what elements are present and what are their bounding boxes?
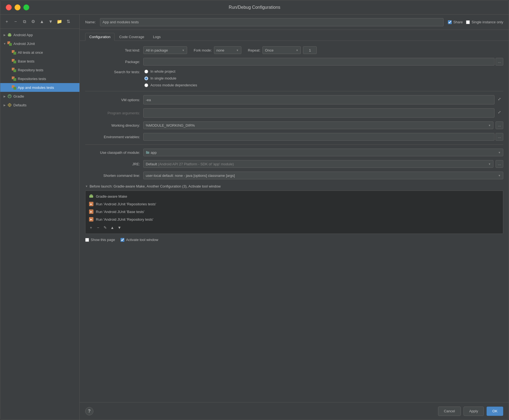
move-down-button[interactable]: ▼ (47, 18, 55, 25)
repeat-arrow: ▼ (294, 49, 299, 52)
share-checkbox[interactable] (448, 20, 452, 24)
before-launch-remove-button[interactable]: − (95, 224, 101, 231)
share-label[interactable]: Share (453, 20, 463, 24)
use-classpath-control: app ▼ (143, 149, 503, 156)
vm-options-input[interactable] (143, 95, 494, 104)
repeat-count-input[interactable] (303, 46, 317, 54)
sidebar-item-gradle[interactable]: ▶ Gradle (0, 92, 79, 101)
svg-rect-0 (8, 35, 11, 36)
sidebar-item-defaults[interactable]: ▶ Defaults (0, 101, 79, 109)
sort-button[interactable]: ⇅ (64, 18, 72, 25)
shorten-cmd-select[interactable]: user-local default: none - java [options… (143, 172, 503, 179)
svg-rect-15 (146, 152, 149, 154)
name-input[interactable] (100, 18, 443, 26)
jre-select[interactable]: Default (Android API 27 Platform - SDK o… (143, 160, 493, 168)
fork-mode-select[interactable]: none ▼ (214, 46, 241, 54)
sidebar-item-base-tests[interactable]: Base tests (0, 57, 79, 66)
sidebar-item-app-modules-tests[interactable]: App and modules tests (0, 83, 79, 92)
share-checkbox-row: Share (448, 20, 463, 24)
footer: ? Cancel Apply OK (80, 402, 509, 420)
radio-module-deps-input[interactable] (144, 83, 148, 87)
launch-item-run-repos-label: Run 'Android JUnit 'Repositories tests' (96, 202, 156, 206)
tree-arrow-spacer2 (7, 59, 11, 63)
ok-button[interactable]: OK (487, 407, 503, 416)
sidebar-item-android-junit[interactable]: ▼ Android JUnit (0, 39, 79, 48)
name-label: Name: (85, 20, 96, 24)
before-launch-list: Gradle-aware Make ▶ Run 'Android JUnit '… (85, 191, 503, 234)
folder-button[interactable]: 📁 (56, 18, 63, 25)
jre-extra: (Android API 27 Platform - SDK of 'app' … (158, 162, 234, 166)
program-args-expand-button[interactable]: ⤢ (496, 108, 503, 116)
launch-item-run-repo[interactable]: ▶ Run 'Android JUnit 'Repository tests' (85, 215, 503, 223)
sidebar-item-android-app[interactable]: ▶ Android App (0, 30, 79, 39)
close-button[interactable] (6, 4, 12, 10)
sidebar-item-gradle-label: Gradle (13, 94, 24, 98)
minimize-button[interactable] (15, 4, 21, 10)
apply-button[interactable]: Apply (464, 407, 484, 416)
working-dir-select[interactable]: %MODULE_WORKING_DIR% ▼ (143, 121, 493, 129)
activate-tool-window-checkbox[interactable] (121, 238, 124, 242)
radio-module-deps-label[interactable]: Across module dependencies (150, 83, 197, 87)
working-dir-value: %MODULE_WORKING_DIR% (146, 123, 487, 127)
single-instance-label[interactable]: Single instance only (471, 20, 503, 24)
sidebar-item-all-tests[interactable]: All tests at once (0, 48, 79, 57)
before-launch-down-button[interactable]: ▼ (116, 224, 123, 231)
sidebar-item-app-modules-tests-label: App and modules tests (18, 86, 54, 90)
show-page-label[interactable]: Show this page (91, 238, 115, 242)
single-instance-checkbox[interactable] (466, 20, 470, 24)
jre-browse-button[interactable]: … (496, 160, 503, 168)
sidebar-item-all-tests-label: All tests at once (18, 50, 43, 55)
sidebar-item-repository-tests[interactable]: Repository tests (0, 66, 79, 74)
use-classpath-select[interactable]: app ▼ (143, 149, 503, 156)
radio-single-module: In single module (144, 76, 197, 80)
env-vars-input[interactable] (143, 133, 494, 141)
before-launch-up-button[interactable]: ▲ (109, 224, 116, 231)
working-dir-browse-button[interactable]: … (496, 121, 503, 129)
base-tests-icon (11, 58, 17, 64)
copy-config-button[interactable]: ⧉ (21, 18, 28, 25)
tab-logs[interactable]: Logs (149, 33, 165, 41)
maximize-button[interactable] (23, 4, 29, 10)
run-base-icon: ▶ (89, 209, 94, 214)
svg-point-20 (91, 195, 92, 195)
radio-whole-project-input[interactable] (144, 70, 148, 73)
cancel-button[interactable]: Cancel (438, 407, 461, 416)
package-browse-button[interactable]: … (496, 58, 503, 66)
add-config-button[interactable]: + (3, 18, 11, 25)
test-kind-select[interactable]: All in package ▼ (143, 46, 187, 54)
program-args-input[interactable] (143, 108, 494, 118)
before-launch-add-button[interactable]: + (88, 224, 94, 231)
use-classpath-module-name: app (151, 151, 497, 155)
before-launch-edit-button[interactable]: ✎ (102, 224, 108, 231)
launch-item-gradle-make[interactable]: Gradle-aware Make (85, 192, 503, 200)
before-launch-title: Before launch: Gradle-aware Make, Anothe… (90, 184, 221, 188)
move-up-button[interactable]: ▲ (38, 18, 46, 25)
package-input[interactable] (143, 58, 494, 66)
window-controls (6, 4, 29, 10)
use-classpath-value-row: app (146, 151, 497, 155)
radio-whole-project-label[interactable]: In whole project (150, 69, 175, 73)
launch-item-run-repos[interactable]: ▶ Run 'Android JUnit 'Repositories tests… (85, 200, 503, 208)
sidebar-item-repositories-tests[interactable]: Repositories tests (0, 74, 79, 83)
help-button[interactable]: ? (85, 407, 93, 415)
sidebar: + − ⧉ ⚙ ▲ ▼ 📁 ⇅ ▶ Android App (0, 15, 80, 420)
repeat-select[interactable]: Once ▼ (262, 46, 301, 54)
bottom-checks: Show this page Activate tool window (85, 238, 503, 242)
sidebar-item-repositories-tests-label: Repositories tests (18, 77, 46, 81)
test-kind-label: Test kind: (85, 48, 140, 52)
shorten-cmd-row: Shorten command line: user-local default… (85, 172, 503, 179)
vm-options-expand-button[interactable]: ⤢ (496, 95, 503, 103)
radio-single-module-input[interactable] (144, 76, 148, 80)
remove-config-button[interactable]: − (12, 18, 19, 25)
launch-item-run-base[interactable]: ▶ Run 'Android JUnit 'Base tests' (85, 208, 503, 215)
tab-configuration[interactable]: Configuration (85, 33, 115, 41)
show-page-checkbox[interactable] (85, 238, 89, 242)
tab-code-coverage[interactable]: Code Coverage (115, 33, 148, 41)
before-launch-header[interactable]: ▼ Before launch: Gradle-aware Make, Anot… (85, 184, 503, 188)
env-vars-browse-button[interactable]: … (496, 133, 503, 141)
svg-point-18 (90, 194, 93, 196)
activate-tool-window-label[interactable]: Activate tool window (126, 238, 158, 242)
settings-button[interactable]: ⚙ (29, 18, 37, 25)
radio-single-module-label[interactable]: In single module (150, 76, 176, 80)
jre-row: JRE: Default (Android API 27 Platform - … (85, 160, 503, 168)
